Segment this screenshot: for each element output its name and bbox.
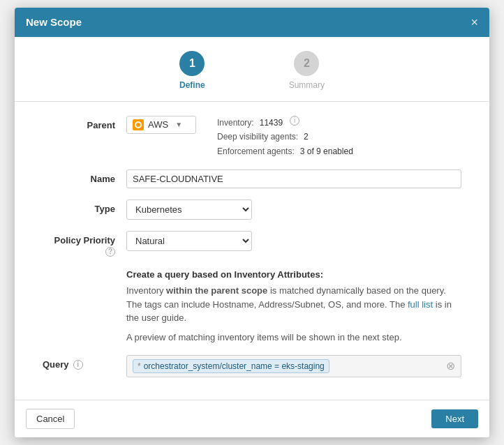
- query-control: * orchestrator_system/cluster_name = eks…: [126, 355, 461, 377]
- modal-title: New Scope: [26, 16, 82, 28]
- step-2: 2 Summary: [289, 51, 325, 90]
- name-label: Name: [43, 169, 126, 184]
- description-body: Inventory within the parent scope is mat…: [126, 284, 461, 325]
- parent-caret-icon: ▼: [175, 121, 182, 128]
- query-info-icon[interactable]: i: [73, 360, 83, 370]
- type-row: Type Kubernetes VMware AWS Azure GCP: [43, 199, 461, 220]
- name-input[interactable]: [126, 169, 461, 188]
- query-asterisk: *: [138, 361, 141, 371]
- next-button[interactable]: Next: [431, 409, 478, 428]
- type-label: Type: [43, 199, 126, 214]
- modal-footer: Cancel Next: [15, 400, 489, 437]
- cancel-button[interactable]: Cancel: [26, 409, 75, 429]
- query-tag: * orchestrator_system/cluster_name = eks…: [133, 359, 329, 373]
- inventory-value: 11439: [260, 116, 283, 130]
- parent-row: Parent AWS ▼ Inventory:: [43, 116, 461, 158]
- inventory-stat-row: Inventory: 11439 i: [217, 116, 353, 130]
- modal-body: Parent AWS ▼ Inventory:: [15, 102, 489, 400]
- inventory-label: Inventory:: [217, 116, 254, 130]
- query-row: Query i * orchestrator_system/cluster_na…: [43, 355, 461, 377]
- aws-icon: [133, 119, 144, 130]
- description-note: A preview of matching inventory items wi…: [126, 331, 461, 345]
- query-clear-icon[interactable]: ⊗: [446, 361, 455, 372]
- parent-control: AWS ▼ Inventory: 11439 i Deep visibility…: [126, 116, 461, 158]
- parent-inner: AWS ▼ Inventory: 11439 i Deep visibility…: [126, 116, 461, 158]
- name-row: Name: [43, 169, 461, 188]
- step-1-circle: 1: [179, 51, 205, 76]
- query-field[interactable]: * orchestrator_system/cluster_name = eks…: [126, 355, 461, 377]
- deep-visibility-label: Deep visibility agents:: [217, 130, 298, 144]
- modal: New Scope × 1 Define 2 Summary Parent: [15, 8, 489, 437]
- desc-body-1: Inventory: [126, 285, 166, 296]
- enforcement-value: 3 of 9 enabled: [300, 144, 353, 158]
- close-button[interactable]: ×: [470, 16, 478, 29]
- query-tag-text: orchestrator_system/cluster_name = eks-s…: [144, 361, 325, 371]
- modal-overlay: New Scope × 1 Define 2 Summary Parent: [0, 0, 504, 445]
- step-2-label: Summary: [289, 80, 325, 90]
- enforcement-label: Enforcement agents:: [217, 144, 295, 158]
- inventory-info-icon[interactable]: i: [290, 116, 299, 126]
- parent-value: AWS: [148, 119, 168, 130]
- desc-bold: within the parent scope: [166, 285, 267, 296]
- policy-priority-label-text: Policy Priority: [54, 235, 115, 246]
- query-label: Query i: [43, 355, 126, 370]
- policy-priority-control: Natural High Low: [126, 231, 461, 251]
- policy-priority-select[interactable]: Natural High Low: [126, 231, 252, 251]
- modal-header: New Scope ×: [15, 8, 489, 37]
- inventory-stats: Inventory: 11439 i Deep visibility agent…: [217, 116, 353, 158]
- deep-visibility-value: 2: [304, 130, 309, 144]
- step-1-label: Define: [179, 80, 205, 90]
- step-2-circle: 2: [294, 51, 319, 76]
- policy-priority-info-icon[interactable]: ?: [105, 247, 115, 257]
- aws-icon-inner: [135, 121, 142, 128]
- description-title: Create a query based on Inventory Attrib…: [126, 268, 461, 282]
- step-1: 1 Define: [179, 51, 205, 90]
- query-label-text: Query: [43, 359, 69, 370]
- parent-label: Parent: [43, 116, 126, 130]
- deep-visibility-stat-row: Deep visibility agents: 2: [217, 130, 353, 144]
- name-control: [126, 169, 461, 188]
- policy-priority-label: Policy Priority ?: [43, 231, 126, 257]
- policy-priority-row: Policy Priority ? Natural High Low: [43, 231, 461, 257]
- type-select[interactable]: Kubernetes VMware AWS Azure GCP: [126, 199, 252, 220]
- full-list-link[interactable]: full list: [408, 299, 433, 310]
- type-control: Kubernetes VMware AWS Azure GCP: [126, 199, 461, 220]
- description-block: Create a query based on Inventory Attrib…: [126, 268, 461, 345]
- stepper: 1 Define 2 Summary: [15, 37, 489, 102]
- enforcement-stat-row: Enforcement agents: 3 of 9 enabled: [217, 144, 353, 158]
- parent-dropdown[interactable]: AWS ▼: [126, 116, 196, 134]
